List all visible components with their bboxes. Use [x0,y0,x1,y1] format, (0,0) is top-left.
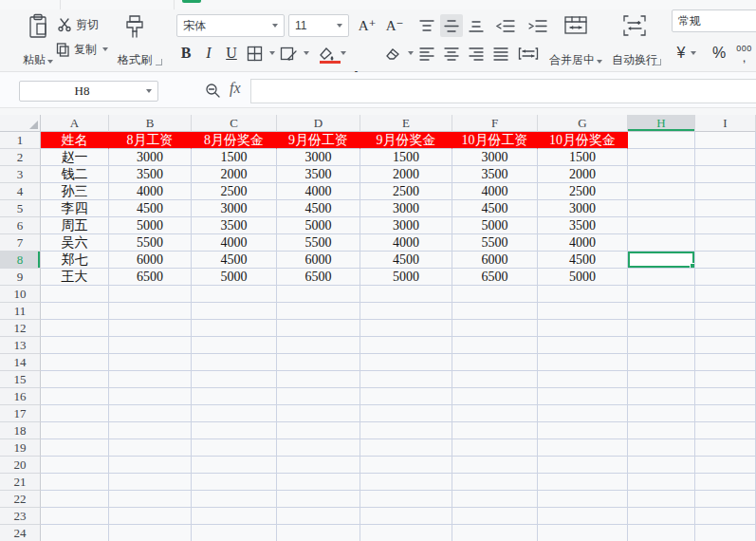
cell-B6[interactable]: 5000 [109,217,192,234]
cell-H8[interactable] [628,252,695,269]
cell-E14[interactable] [360,354,452,371]
cell-H21[interactable] [628,474,695,491]
cell-C10[interactable] [192,286,277,303]
cell-C6[interactable]: 3500 [192,217,277,234]
cell-E3[interactable]: 2000 [360,166,452,183]
align-middle-button[interactable] [440,14,463,37]
row-header-10[interactable]: 10 [0,286,41,303]
cell-A4[interactable]: 孙三 [41,183,109,200]
cell-D19[interactable] [277,439,360,457]
italic-button[interactable]: I [199,42,218,65]
cell-H10[interactable] [628,286,695,303]
cell-F9[interactable]: 6500 [452,269,538,286]
cell-E17[interactable] [360,405,452,422]
clear-format-button[interactable] [383,42,414,65]
cell-D20[interactable] [277,457,360,474]
cell-B11[interactable] [109,303,192,320]
cell-B13[interactable] [109,337,192,354]
cell-C23[interactable] [192,508,277,525]
cell-E7[interactable]: 4000 [360,234,452,252]
cell-C7[interactable]: 4000 [192,234,277,252]
increase-font-button[interactable]: A⁺ [355,14,379,37]
cell-C5[interactable]: 3000 [192,200,277,217]
cell-F11[interactable] [452,303,538,320]
cell-E23[interactable] [360,508,452,525]
cell-G7[interactable]: 4000 [538,234,628,252]
cell-A14[interactable] [41,354,109,371]
cell-I12[interactable] [695,320,756,337]
cell-I3[interactable] [695,166,756,183]
cell-G1[interactable]: 10月份奖金 [538,132,628,149]
cell-B3[interactable]: 3500 [109,166,192,183]
cell-C22[interactable] [192,491,277,508]
row-header-23[interactable]: 23 [0,508,41,525]
cut-button[interactable]: 剪切 [57,15,110,34]
row-header-19[interactable]: 19 [0,439,41,457]
column-header-H[interactable]: H [628,115,695,132]
distribute-button[interactable] [515,42,542,65]
cell-H12[interactable] [628,320,695,337]
row-header-22[interactable]: 22 [0,491,41,508]
column-header-C[interactable]: C [192,115,277,132]
cell-C16[interactable] [192,388,277,405]
cell-I17[interactable] [695,405,756,422]
cell-D7[interactable]: 5500 [277,234,360,252]
cell-D13[interactable] [277,337,360,354]
row-header-2[interactable]: 2 [0,149,41,166]
cell-F5[interactable]: 4500 [452,200,538,217]
cell-I21[interactable] [695,474,756,491]
cell-A22[interactable] [41,491,109,508]
row-header-15[interactable]: 15 [0,371,41,388]
draw-border-button[interactable] [279,42,313,65]
font-name-select[interactable]: 宋体 [176,14,285,37]
cell-G20[interactable] [538,457,628,474]
cell-F13[interactable] [452,337,538,354]
cell-G24[interactable] [538,525,628,541]
cell-F6[interactable]: 5000 [452,217,538,234]
row-header-21[interactable]: 21 [0,474,41,491]
cell-A9[interactable]: 王大 [41,269,109,286]
cell-E21[interactable] [360,474,452,491]
cell-F20[interactable] [452,457,538,474]
cell-B5[interactable]: 4500 [109,200,192,217]
cell-F19[interactable] [452,439,538,457]
cell-A15[interactable] [41,371,109,388]
cell-A19[interactable] [41,439,109,457]
cell-D1[interactable]: 9月份工资 [277,132,360,149]
cell-H17[interactable] [628,405,695,422]
align-right-button[interactable] [465,42,488,65]
cell-E8[interactable]: 4500 [360,252,452,269]
row-header-6[interactable]: 6 [0,217,41,234]
cell-B15[interactable] [109,371,192,388]
insert-function-button[interactable]: fx [230,80,241,97]
cell-A13[interactable] [41,337,109,354]
cell-H15[interactable] [628,371,695,388]
cell-E18[interactable] [360,422,452,439]
cell-I10[interactable] [695,286,756,303]
cell-E2[interactable]: 1500 [360,149,452,166]
cell-A11[interactable] [41,303,109,320]
cell-D18[interactable] [277,422,360,439]
cell-C15[interactable] [192,371,277,388]
bold-button[interactable]: B [175,42,197,65]
thousands-format-button[interactable]: 000, [732,42,756,65]
cell-A18[interactable] [41,422,109,439]
cell-H11[interactable] [628,303,695,320]
row-header-16[interactable]: 16 [0,388,41,405]
cell-E10[interactable] [360,286,452,303]
cell-F4[interactable]: 4000 [452,183,538,200]
cell-G11[interactable] [538,303,628,320]
cell-A7[interactable]: 吴六 [41,234,109,252]
cell-C21[interactable] [192,474,277,491]
cell-D22[interactable] [277,491,360,508]
currency-format-button[interactable]: ¥ [670,42,704,65]
formula-input[interactable] [250,79,756,103]
cell-C18[interactable] [192,422,277,439]
cell-B24[interactable] [109,525,192,541]
cell-E12[interactable] [360,320,452,337]
cell-B17[interactable] [109,405,192,422]
cell-F21[interactable] [452,474,538,491]
cell-C20[interactable] [192,457,277,474]
cell-F14[interactable] [452,354,538,371]
cell-B16[interactable] [109,388,192,405]
